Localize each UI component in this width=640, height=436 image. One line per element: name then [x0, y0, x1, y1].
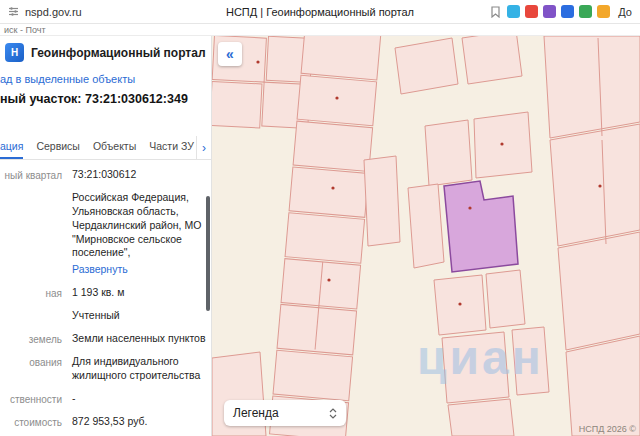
bookmark-item[interactable]: иск - Почт: [4, 25, 46, 35]
panel-scrollbar[interactable]: [206, 196, 210, 311]
info-value: 73:21:030612: [72, 168, 206, 182]
parcel[interactable]: [550, 124, 640, 246]
browser-extension-icon[interactable]: [507, 5, 520, 18]
tabs: ацияСервисыОбъектыЧасти ЗУСостав›: [0, 136, 211, 160]
parcel[interactable]: [544, 36, 640, 138]
expand-link[interactable]: Развернуть: [72, 263, 206, 277]
tab-Сервисы[interactable]: Сервисы: [36, 136, 80, 159]
map-watermark: циан: [417, 331, 544, 384]
parcel[interactable]: [558, 232, 640, 350]
parcel[interactable]: [462, 36, 522, 84]
info-value: Для индивидуального жилищного строительс…: [72, 355, 206, 383]
browser-extension-icon[interactable]: [543, 5, 556, 18]
parcel[interactable]: [289, 167, 369, 217]
info-label: [0, 191, 62, 277]
map-svg[interactable]: циан: [212, 36, 640, 436]
parcel-point-marker: [256, 60, 259, 63]
parcel[interactable]: [212, 81, 262, 128]
info-panel: Н Геоинформационный портал ад в выделенн…: [0, 36, 212, 436]
page-tab-title: НСПД | Геоинформационный портал: [226, 6, 414, 18]
parcel[interactable]: [273, 350, 353, 400]
info-row: ственности-: [0, 392, 211, 406]
site-settings-icon[interactable]: [8, 6, 19, 17]
parcel[interactable]: [301, 36, 381, 80]
parcel-point-marker: [327, 278, 330, 281]
browser-profile-label[interactable]: До: [618, 6, 632, 18]
browser-bar: nspd.gov.ru НСПД | Геоинформационный пор…: [0, 0, 640, 24]
parcel[interactable]: [285, 213, 365, 263]
portal-header: Н Геоинформационный портал: [5, 43, 211, 62]
browser-extension-icon[interactable]: [561, 5, 574, 18]
tabs-overflow-button[interactable]: ›: [196, 136, 211, 159]
map-area[interactable]: циан « Легенда НСПД 2026 ©: [212, 36, 640, 436]
bookmarks-bar: иск - Почт: [0, 24, 640, 36]
tab-Части ЗУ[interactable]: Части ЗУ: [149, 136, 194, 159]
extension-icons: [507, 5, 610, 18]
info-value: 1 193 кв. м: [72, 286, 206, 300]
info-label: стоимость: [0, 415, 62, 429]
info-row: ная1 193 кв. м: [0, 286, 211, 300]
parcel-title: ный участок: 73:21:030612:349: [0, 92, 211, 106]
info-label: ная: [0, 286, 62, 300]
info-rows: ный квартал73:21:030612Российская Федера…: [0, 168, 211, 436]
info-value: Российская Федерация, Ульяновская област…: [72, 191, 206, 277]
info-row: земельЗемли населенных пунктов: [0, 332, 211, 346]
legend-label: Легенда: [233, 406, 279, 420]
tab-ация[interactable]: ация: [0, 136, 23, 159]
address-url[interactable]: nspd.gov.ru: [25, 6, 82, 18]
parcel[interactable]: [297, 75, 377, 125]
parcel[interactable]: [425, 120, 472, 186]
info-label: земель: [0, 332, 62, 346]
parcel-point-marker: [331, 186, 334, 189]
legend-control[interactable]: Легенда: [224, 400, 346, 426]
info-row: стоимость872 953,53 руб.: [0, 415, 211, 429]
info-value: Учтенный: [72, 309, 206, 323]
back-to-selected-link[interactable]: ад в выделенные объекты: [0, 73, 211, 85]
bookmark-flag-icon[interactable]: [490, 6, 501, 18]
collapse-panel-button[interactable]: «: [218, 42, 242, 66]
info-value: 872 953,53 руб.: [72, 415, 206, 429]
parcel[interactable]: [486, 270, 525, 328]
info-row: ованияДля индивидуального жилищного стро…: [0, 355, 211, 383]
parcel-point-marker: [500, 142, 503, 145]
info-row: Учтенный: [0, 309, 211, 323]
info-label: ственности: [0, 392, 62, 406]
parcel[interactable]: [448, 399, 514, 436]
info-row: ный квартал73:21:030612: [0, 168, 211, 182]
browser-extension-icon[interactable]: [597, 5, 610, 18]
browser-extension-icon[interactable]: [579, 5, 592, 18]
info-label: ования: [0, 355, 62, 383]
info-row: Российская Федерация, Ульяновская област…: [0, 191, 211, 277]
parcel[interactable]: [364, 156, 400, 246]
parcel-point-marker: [458, 302, 461, 305]
parcel[interactable]: [395, 38, 458, 94]
parcel-point-marker: [335, 96, 338, 99]
info-value: Земли населенных пунктов: [72, 332, 206, 346]
tab-Объекты[interactable]: Объекты: [93, 136, 136, 159]
info-value: -: [72, 392, 206, 406]
parcel-point-marker: [468, 206, 471, 209]
legend-expand-icon: [329, 408, 337, 419]
portal-title: Геоинформационный портал: [31, 46, 206, 60]
info-label: ный квартал: [0, 168, 62, 182]
parcel[interactable]: [408, 184, 444, 268]
parcel-point-marker: [598, 184, 601, 187]
map-copyright: НСПД 2026 ©: [579, 424, 636, 434]
parcel[interactable]: [566, 336, 640, 436]
parcel[interactable]: [293, 121, 373, 171]
browser-extension-icon[interactable]: [525, 5, 538, 18]
info-label: [0, 309, 62, 323]
nspd-logo: Н: [5, 43, 24, 62]
